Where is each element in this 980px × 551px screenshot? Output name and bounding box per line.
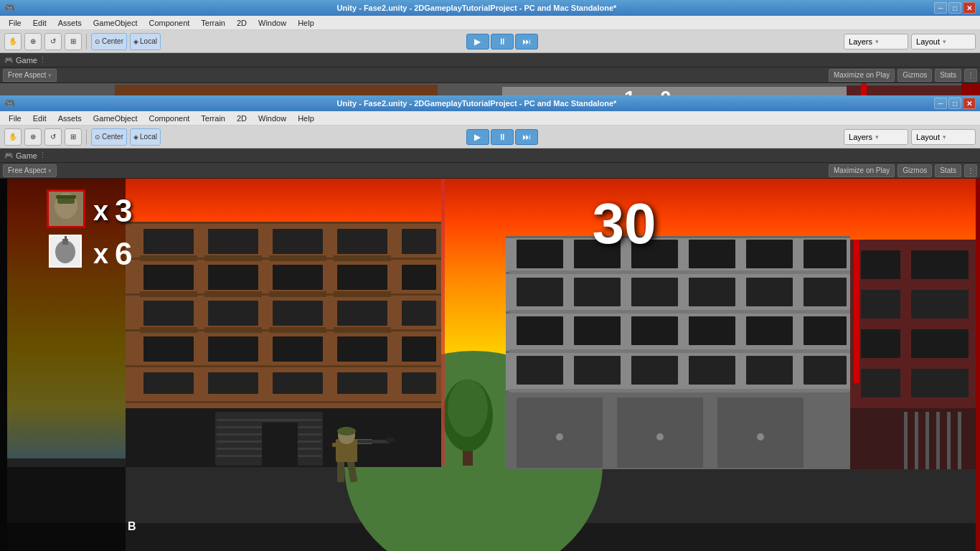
svg-text:B: B xyxy=(128,520,136,532)
layers-chevron-1: ▾ xyxy=(875,38,879,45)
svg-rect-88 xyxy=(574,316,621,345)
svg-rect-14 xyxy=(0,179,126,551)
move-tool-1[interactable]: ⊕ xyxy=(24,33,42,50)
svg-rect-45 xyxy=(273,372,323,394)
menu-2d-2[interactable]: 2D xyxy=(231,113,253,124)
menu-help-1[interactable]: Help xyxy=(292,17,320,29)
menu-edit-1[interactable]: Edit xyxy=(27,17,52,29)
maximize-button-2[interactable]: □ xyxy=(948,98,961,109)
hand-tool-2[interactable]: ✋ xyxy=(4,128,22,146)
layout-dropdown-1[interactable]: Layout ▾ xyxy=(911,34,976,50)
svg-rect-58 xyxy=(269,327,326,333)
svg-rect-136 xyxy=(357,440,390,443)
close-button-2[interactable]: ✕ xyxy=(963,98,976,109)
svg-text:x: x xyxy=(93,239,108,269)
menu-component-1[interactable]: Component xyxy=(143,17,195,29)
close-button-1[interactable]: ✕ xyxy=(963,2,976,14)
three-dot-2[interactable]: ⋮ xyxy=(39,151,47,160)
menu-terrain-1[interactable]: Terrain xyxy=(195,17,231,29)
gizmos-btn-2[interactable]: Gizmos xyxy=(897,164,932,177)
three-dot-menu-2[interactable]: ⋮ xyxy=(964,164,977,177)
menu-bar-2: File Edit Assets GameObject Component Te… xyxy=(0,111,980,126)
center-button-1[interactable]: ⊙ Center xyxy=(91,33,127,50)
toolbar-2: ✋ ⊕ ↺ ⊞ ⊙ Center ◈ Local ▶ ⏸ ⏭ Layers ▾ … xyxy=(0,126,980,149)
svg-rect-78 xyxy=(689,240,735,268)
free-aspect-select-1[interactable]: Free Aspect ▾ xyxy=(3,69,57,82)
move-tool-2[interactable]: ⊕ xyxy=(24,128,42,146)
three-dot-menu-1[interactable]: ⋮ xyxy=(964,69,977,82)
svg-rect-39 xyxy=(208,336,258,362)
stats-label-1: Stats xyxy=(940,71,956,79)
play-button-1[interactable]: ▶ xyxy=(466,34,489,50)
svg-rect-26 xyxy=(337,229,387,254)
layout-dropdown-2[interactable]: Layout ▾ xyxy=(911,129,976,145)
svg-rect-55 xyxy=(334,291,391,297)
svg-rect-86 xyxy=(804,278,847,306)
maximize-button-1[interactable]: □ xyxy=(948,2,961,14)
svg-rect-48 xyxy=(140,255,197,261)
game-icon-2: 🎮 xyxy=(4,151,13,159)
gizmos-btn-1[interactable]: Gizmos xyxy=(897,69,932,82)
svg-rect-87 xyxy=(517,316,563,345)
layers-chevron-2: ▾ xyxy=(875,133,879,141)
pause-button-1[interactable]: ⏸ xyxy=(491,34,514,50)
layout-chevron-1: ▾ xyxy=(943,38,946,45)
game-title-2: Game xyxy=(16,151,37,160)
menu-edit-2[interactable]: Edit xyxy=(27,113,52,124)
svg-rect-21 xyxy=(126,401,441,403)
game-panel-header-1: 🎮 Game ⋮ xyxy=(0,53,980,67)
step-button-1[interactable]: ⏭ xyxy=(515,34,538,50)
three-dot-1[interactable]: ⋮ xyxy=(39,55,47,65)
local-button-2[interactable]: ◈ Local xyxy=(130,128,161,146)
minimize-button-2[interactable]: ─ xyxy=(934,98,947,109)
svg-rect-98 xyxy=(804,356,847,385)
menu-terrain-2[interactable]: Terrain xyxy=(195,113,231,124)
svg-rect-50 xyxy=(269,255,326,261)
menu-assets-1[interactable]: Assets xyxy=(52,17,88,29)
layers-dropdown-1[interactable]: Layers ▾ xyxy=(844,34,908,50)
rotate-tool-2[interactable]: ↺ xyxy=(44,128,62,146)
play-button-2[interactable]: ▶ xyxy=(466,129,489,145)
svg-rect-32 xyxy=(402,265,436,290)
pause-button-2[interactable]: ⏸ xyxy=(491,129,514,145)
svg-rect-46 xyxy=(337,372,387,394)
maximize-on-play-btn-2[interactable]: Maximize on Play xyxy=(829,164,895,177)
maximize-on-play-btn-1[interactable]: Maximize on Play xyxy=(829,69,895,82)
svg-rect-96 xyxy=(689,356,735,385)
local-button-1[interactable]: ◈ Local xyxy=(130,33,161,50)
svg-rect-84 xyxy=(689,278,735,306)
scale-tool-1[interactable]: ⊞ xyxy=(65,33,82,50)
menu-file-1[interactable]: File xyxy=(3,17,27,29)
menu-gameobject-1[interactable]: GameObject xyxy=(88,17,143,29)
minimize-button-1[interactable]: ─ xyxy=(934,2,947,14)
stats-btn-2[interactable]: Stats xyxy=(935,164,961,177)
menu-window-1[interactable]: Window xyxy=(253,17,292,29)
window1-unity-icon: 🎮 xyxy=(4,3,15,13)
svg-text:0: 0 xyxy=(660,87,672,95)
title-bar-controls-1: ─ □ ✕ xyxy=(934,2,976,14)
svg-rect-51 xyxy=(334,255,391,261)
menu-file-2[interactable]: File xyxy=(3,113,27,124)
menu-assets-2[interactable]: Assets xyxy=(52,113,88,124)
svg-rect-131 xyxy=(337,461,344,482)
svg-rect-118 xyxy=(911,369,969,397)
rotate-tool-1[interactable]: ↺ xyxy=(44,33,62,50)
gizmos-label-2: Gizmos xyxy=(903,166,927,174)
svg-rect-36 xyxy=(337,301,387,326)
menu-gameobject-2[interactable]: GameObject xyxy=(88,113,143,124)
svg-rect-75 xyxy=(517,240,563,268)
hand-tool-1[interactable]: ✋ xyxy=(4,33,22,50)
svg-rect-59 xyxy=(334,327,391,333)
svg-rect-116 xyxy=(911,329,969,358)
stats-btn-1[interactable]: Stats xyxy=(935,69,961,82)
center-button-2[interactable]: ⊙ Center xyxy=(91,128,127,146)
layers-dropdown-2[interactable]: Layers ▾ xyxy=(844,129,908,145)
menu-help-2[interactable]: Help xyxy=(292,113,320,124)
free-aspect-select-2[interactable]: Free Aspect ▾ xyxy=(3,164,57,177)
menu-2d-1[interactable]: 2D xyxy=(231,17,253,29)
scale-tool-2[interactable]: ⊞ xyxy=(65,128,82,146)
svg-rect-79 xyxy=(746,240,793,268)
menu-window-2[interactable]: Window xyxy=(253,113,292,124)
menu-component-2[interactable]: Component xyxy=(143,113,195,124)
step-button-2[interactable]: ⏭ xyxy=(515,129,538,145)
